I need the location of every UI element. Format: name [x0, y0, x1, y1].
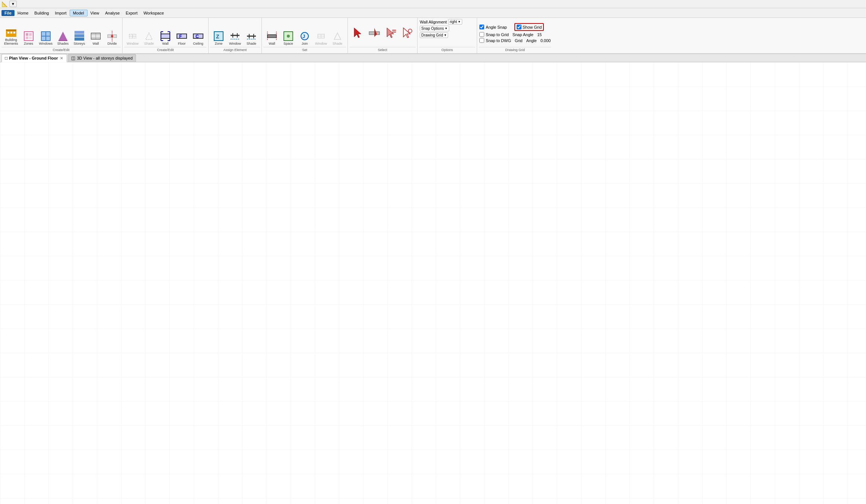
- menu-import[interactable]: Import: [52, 10, 69, 16]
- window-assign-button[interactable]: Window: [227, 29, 243, 47]
- angle-snap-checkbox[interactable]: [479, 25, 484, 29]
- divide-button[interactable]: Divide: [104, 29, 120, 47]
- grid-label: Grid: [515, 38, 523, 43]
- 3d-view-tab[interactable]: ◫ 3D View - all storeys displayed: [68, 54, 136, 62]
- snap-angle-label: Snap Angle: [513, 32, 533, 37]
- shade-set-icon: [332, 30, 343, 42]
- select-3-button[interactable]: [383, 26, 399, 40]
- wall-place-button[interactable]: Wall: [158, 29, 173, 47]
- set-label: Set: [263, 47, 346, 53]
- wall-alignment-row: Wall Alignment right ▼: [420, 19, 462, 25]
- select-4-button[interactable]: [399, 26, 415, 40]
- snap-options-dropdown[interactable]: Snap Options ▼: [420, 26, 449, 31]
- set-content: Wall Space: [262, 18, 348, 47]
- join-set-label: Join: [302, 42, 308, 46]
- join-set-button[interactable]: J Join: [297, 29, 313, 47]
- shades-label: Shades: [57, 42, 69, 46]
- select-wall-button[interactable]: [367, 26, 382, 40]
- svg-rect-21: [74, 31, 84, 34]
- options-label: Options: [419, 47, 475, 53]
- plan-view-close-button[interactable]: ✕: [59, 56, 64, 60]
- svg-rect-13: [42, 37, 45, 40]
- show-grid-checkbox[interactable]: [517, 25, 521, 29]
- window-set-label: Window: [315, 42, 327, 46]
- svg-point-65: [287, 35, 290, 38]
- space-set-button[interactable]: Space: [280, 29, 296, 47]
- window-assign-label: Window: [229, 42, 241, 46]
- building-elements-button[interactable]: BuildingElements: [2, 25, 20, 47]
- grid-angle-value: 0.000: [540, 38, 551, 43]
- wall-alignment-dropdown[interactable]: right ▼: [448, 19, 462, 25]
- select-main-button[interactable]: [350, 26, 366, 40]
- ceiling-place-button[interactable]: C Ceiling: [190, 29, 206, 47]
- drawing-grid-section-label: Drawing Grid: [479, 47, 551, 53]
- windows-label: Windows: [39, 42, 53, 46]
- plan-view-tab[interactable]: □ Plan View - Ground Floor ✕: [1, 54, 67, 62]
- space-set-label: Space: [283, 42, 293, 46]
- wall-set-button[interactable]: Wall: [264, 29, 280, 47]
- wall-create-icon: [90, 30, 102, 42]
- divide-icon: [106, 30, 118, 42]
- 3d-view-icon: ◫: [71, 56, 75, 61]
- shades-button[interactable]: Shades: [55, 29, 71, 47]
- shade-assign-label: Shade: [247, 42, 256, 46]
- angle-snap-label[interactable]: Angle Snap: [486, 25, 507, 29]
- storeys-button[interactable]: Storeys: [72, 29, 87, 47]
- svg-marker-17: [58, 32, 67, 41]
- place-section: Window Shade: [123, 18, 209, 53]
- snap-to-grid-checkbox[interactable]: [479, 32, 484, 37]
- menu-analyse[interactable]: Analyse: [102, 10, 123, 16]
- drawing-grid-row: Drawing Grid ▼: [420, 32, 448, 38]
- drawing-grid-caret: ▼: [444, 34, 447, 37]
- menu-workspace[interactable]: Workspace: [140, 10, 167, 16]
- zones-button[interactable]: Zones: [21, 29, 37, 47]
- wall-set-label: Wall: [269, 42, 275, 46]
- menu-building[interactable]: Building: [31, 10, 52, 16]
- assign-label: Assign Element: [210, 47, 260, 53]
- floor-place-icon: F: [176, 30, 188, 42]
- floor-place-button[interactable]: F Floor: [174, 29, 190, 47]
- svg-text:C: C: [196, 34, 199, 39]
- wall-create-label: Wall: [92, 42, 99, 46]
- assign-section: Z Zone: [209, 18, 262, 53]
- shade-assign-button[interactable]: Shade: [244, 29, 259, 47]
- wall-create-button[interactable]: Wall: [88, 29, 104, 47]
- menu-view[interactable]: View: [88, 10, 102, 16]
- options-content: Wall Alignment right ▼ Snap Options ▼: [418, 18, 477, 47]
- menu-bar: File Home Building Import Model View Ana…: [0, 8, 866, 18]
- svg-rect-1: [6, 29, 16, 31]
- svg-rect-37: [161, 34, 170, 38]
- menu-export[interactable]: Export: [123, 10, 140, 16]
- svg-rect-3: [10, 32, 12, 34]
- snap-to-grid-label[interactable]: Snap to Grid: [486, 32, 509, 37]
- view-tabs-bar: □ Plan View - Ground Floor ✕ ◫ 3D View -…: [0, 54, 866, 62]
- menu-home[interactable]: Home: [15, 10, 31, 16]
- snap-angle-value: 15: [537, 32, 542, 37]
- windows-button[interactable]: Windows: [37, 29, 55, 47]
- wall-alignment-value: right: [450, 20, 457, 24]
- floor-place-label: Floor: [178, 42, 186, 46]
- title-bar: 📐 ▼: [0, 0, 866, 8]
- wall-alignment-caret: ▼: [458, 20, 461, 23]
- show-grid-label[interactable]: Show Grid: [523, 25, 542, 29]
- app-icon: 📐: [1, 1, 8, 7]
- drawing-grid-dropdown[interactable]: Drawing Grid ▼: [420, 32, 448, 38]
- shade-place-button: Shade: [141, 29, 157, 47]
- shade-assign-icon: [245, 30, 257, 42]
- svg-rect-20: [74, 34, 84, 37]
- snap-to-dwg-label[interactable]: Snap to DWG: [486, 38, 511, 43]
- svg-text:J: J: [302, 34, 305, 39]
- quick-access-dropdown[interactable]: ▼: [9, 1, 17, 7]
- window-assign-icon: [229, 30, 241, 42]
- snap-to-dwg-checkbox[interactable]: [479, 38, 484, 43]
- drawing-grid-section: Angle Snap Show Grid Sn: [477, 18, 553, 53]
- canvas-area[interactable]: [0, 62, 866, 504]
- menu-model[interactable]: Model: [70, 10, 88, 16]
- show-grid-container[interactable]: Show Grid: [514, 23, 544, 31]
- svg-rect-7: [29, 33, 32, 36]
- menu-file[interactable]: File: [1, 10, 15, 16]
- svg-rect-2: [7, 32, 9, 34]
- windows-icon: [40, 30, 52, 42]
- svg-rect-19: [74, 38, 84, 41]
- zone-assign-button[interactable]: Z Zone: [211, 29, 226, 47]
